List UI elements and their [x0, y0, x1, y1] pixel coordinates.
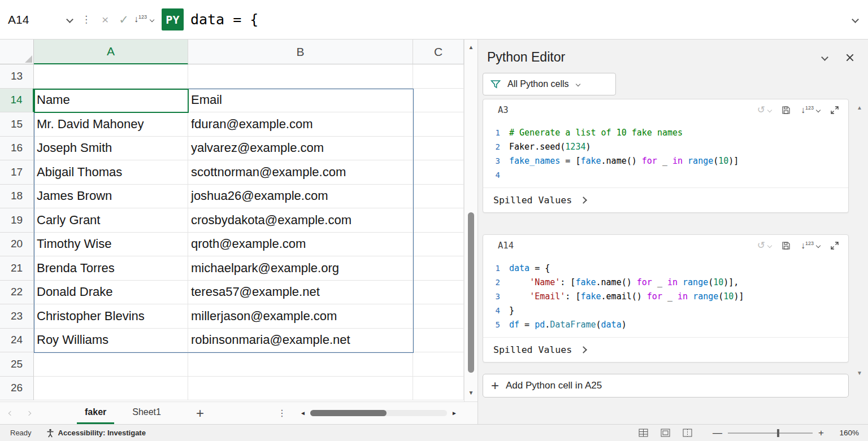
cell-B24[interactable]: robinsonmaria@example.net — [188, 329, 413, 353]
cell-C25[interactable] — [413, 352, 464, 377]
cell-C18[interactable] — [413, 185, 464, 209]
cell-C13[interactable] — [413, 64, 464, 89]
sheet-tab-sheet1[interactable]: Sheet1 — [124, 402, 169, 424]
hscroll-right-icon[interactable]: ► — [452, 410, 457, 416]
cell-A15[interactable]: Mr. David Mahoney — [34, 112, 188, 137]
panel-collapse-icon[interactable] — [821, 54, 828, 61]
cell-B18[interactable]: joshua26@example.com — [188, 185, 413, 209]
cell-C26[interactable] — [413, 377, 464, 401]
add-python-cell-button[interactable]: + Add Python cell in A25 — [483, 374, 849, 398]
cell-A14[interactable]: Name — [34, 89, 188, 113]
cell-B16[interactable]: yalvarez@example.com — [188, 137, 413, 161]
output-as-values-button[interactable]: ↓123 — [801, 241, 820, 251]
cell-C20[interactable] — [413, 233, 464, 257]
row-header-17[interactable]: 17 — [0, 160, 34, 185]
cell-A18[interactable]: James Brown — [34, 185, 188, 209]
code-lines[interactable]: 1data = {2 'Name': [fake.name() for _ in… — [483, 256, 848, 337]
zoom-out-icon[interactable]: — — [709, 427, 726, 439]
cell-A21[interactable]: Brenda Torres — [34, 256, 188, 281]
spilled-values-toggle[interactable]: Spilled Values — [483, 337, 848, 362]
panel-scroll-up-icon[interactable]: ▲ — [857, 104, 862, 111]
row-header-14[interactable]: 14 — [0, 89, 34, 113]
select-all-corner[interactable] — [0, 40, 34, 64]
vscroll-thumb[interactable] — [468, 212, 474, 373]
cell-C16[interactable] — [413, 137, 464, 161]
cell-B19[interactable]: crosbydakota@example.com — [188, 208, 413, 233]
cell-C24[interactable] — [413, 329, 464, 353]
row-header-18[interactable]: 18 — [0, 185, 34, 209]
row-header-15[interactable]: 15 — [0, 112, 34, 137]
expand-icon[interactable] — [830, 241, 839, 250]
cell-A22[interactable]: Donald Drake — [34, 281, 188, 305]
cell-C17[interactable] — [413, 160, 464, 185]
cell-B26[interactable] — [188, 377, 413, 401]
cell-A17[interactable]: Abigail Thomas — [34, 160, 188, 185]
zoom-in-icon[interactable]: + — [815, 427, 827, 439]
row-header-25[interactable]: 25 — [0, 352, 34, 377]
hscroll-track[interactable] — [310, 410, 447, 416]
row-header-16[interactable]: 16 — [0, 137, 34, 161]
cell-B22[interactable]: teresa57@example.net — [188, 281, 413, 305]
zoom-slider-thumb[interactable] — [777, 429, 779, 437]
cell-A23[interactable]: Christopher Blevins — [34, 304, 188, 329]
cell-B25[interactable] — [188, 352, 413, 377]
zoom-slider[interactable] — [728, 433, 813, 434]
cell-A19[interactable]: Carly Grant — [34, 208, 188, 233]
zoom-level[interactable]: 160% — [835, 429, 859, 437]
cell-C21[interactable] — [413, 256, 464, 281]
hscroll-thumb[interactable] — [310, 410, 387, 416]
sheet-tab-faker[interactable]: faker — [77, 402, 114, 424]
cell-C22[interactable] — [413, 281, 464, 305]
row-header-20[interactable]: 20 — [0, 233, 34, 257]
column-header-B[interactable]: B — [188, 40, 413, 64]
cell-A16[interactable]: Joseph Smith — [34, 137, 188, 161]
code-lines[interactable]: 1# Generate a list of 10 fake names2Fake… — [483, 121, 848, 187]
cell-C14[interactable] — [413, 89, 464, 113]
cell-B23[interactable]: millerjason@example.com — [188, 304, 413, 329]
cell-A26[interactable] — [34, 377, 188, 401]
convert-to-values-icon[interactable]: ↓123 — [134, 14, 147, 24]
cell-B17[interactable]: scottnorman@example.com — [188, 160, 413, 185]
close-icon[interactable] — [845, 53, 854, 62]
row-header-19[interactable]: 19 — [0, 208, 34, 233]
scroll-up-icon[interactable]: ▲ — [465, 44, 478, 50]
tabs-prev-icon[interactable] — [8, 411, 13, 415]
cell-B21[interactable]: michaelpark@example.org — [188, 256, 413, 281]
output-as-values-button[interactable]: ↓123 — [801, 105, 820, 115]
row-header-21[interactable]: 21 — [0, 256, 34, 281]
undo-button[interactable]: ↺ — [757, 105, 771, 115]
cell-B15[interactable]: fduran@example.com — [188, 112, 413, 137]
cell-A20[interactable]: Timothy Wise — [34, 233, 188, 257]
expand-icon[interactable] — [830, 106, 839, 115]
row-header-22[interactable]: 22 — [0, 281, 34, 305]
row-header-26[interactable]: 26 — [0, 377, 34, 401]
column-header-C[interactable]: C — [413, 40, 464, 64]
cell-B13[interactable] — [188, 64, 413, 89]
tabs-next-icon[interactable] — [27, 411, 31, 415]
add-sheet-icon[interactable]: + — [196, 405, 204, 421]
spilled-values-toggle[interactable]: Spilled Values — [483, 187, 848, 212]
cell-A13[interactable] — [34, 64, 188, 89]
save-icon[interactable] — [782, 241, 791, 250]
cell-C19[interactable] — [413, 208, 464, 233]
name-box[interactable]: A14 — [0, 13, 78, 27]
undo-button[interactable]: ↺ — [757, 241, 771, 250]
column-header-A[interactable]: A — [34, 40, 188, 64]
scroll-down-icon[interactable]: ▼ — [465, 390, 478, 396]
formula-input[interactable]: data = { — [190, 11, 853, 28]
convert-chevron-icon[interactable] — [150, 17, 154, 21]
normal-view-icon[interactable] — [639, 429, 648, 437]
cell-C23[interactable] — [413, 304, 464, 329]
enter-icon[interactable]: ✓ — [119, 14, 129, 25]
hscroll-left-icon[interactable]: ◄ — [300, 410, 306, 416]
tab-bar-menu-icon[interactable]: ⋮ — [277, 408, 287, 418]
save-icon[interactable] — [782, 106, 791, 115]
cancel-icon[interactable]: × — [102, 14, 108, 25]
cell-A24[interactable]: Roy Williams — [34, 329, 188, 353]
formula-bar-expand-icon[interactable] — [852, 16, 859, 23]
name-box-chevron-icon[interactable] — [66, 16, 73, 23]
page-break-view-icon[interactable] — [683, 429, 692, 437]
row-header-24[interactable]: 24 — [0, 329, 34, 353]
cell-C15[interactable] — [413, 112, 464, 137]
row-header-23[interactable]: 23 — [0, 304, 34, 329]
